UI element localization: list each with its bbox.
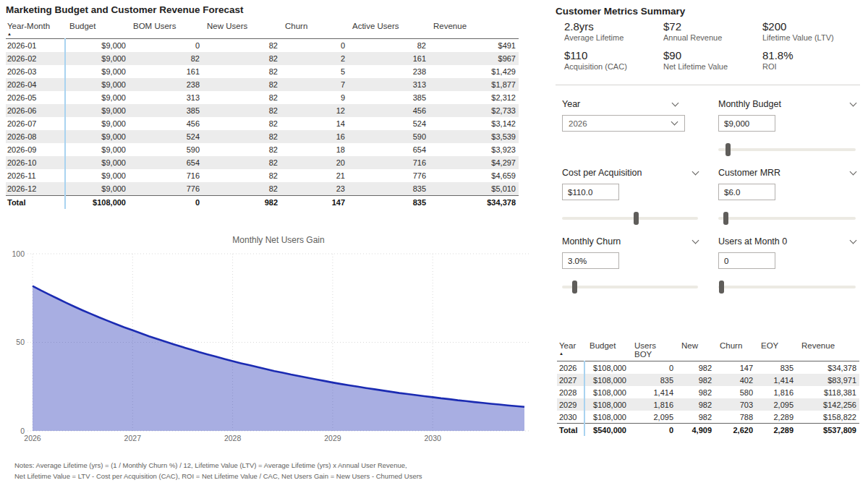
column-header[interactable]: Revenue — [429, 20, 519, 39]
slider-handle[interactable] — [572, 281, 577, 294]
table-row[interactable]: 2029$108,0001,8169827032,095$142,256 — [557, 398, 859, 411]
customer-mrr-slider[interactable] — [718, 212, 856, 225]
column-header[interactable]: Revenue — [796, 340, 859, 361]
monthly-churn-slider[interactable] — [562, 281, 698, 294]
chevron-down-icon[interactable] — [692, 168, 699, 175]
data-cell: $491 — [429, 39, 519, 53]
column-header[interactable]: Year-Month▲ — [6, 20, 65, 39]
card-annual-revenue: $72 Annual Revenue — [663, 20, 762, 42]
slider-handle[interactable] — [719, 281, 724, 294]
data-cell: 161 — [129, 65, 203, 78]
slider-track[interactable] — [718, 148, 856, 151]
table-row[interactable]: 2030$108,0002,0959827882,289$158,822 — [557, 411, 859, 424]
table-row[interactable]: 2026-12$9,0007768223835$5,010 — [6, 182, 519, 196]
users-at-month-0-slider[interactable] — [718, 281, 856, 294]
table-row[interactable]: 2028$108,0001,4149825801,816$118,381 — [557, 386, 859, 398]
table-row[interactable]: 2026-08$9,0005248216590$3,539 — [6, 130, 519, 143]
table-row[interactable]: 2026-10$9,0006548220716$4,297 — [6, 156, 519, 169]
slicer-customer-mrr: Customer MRR — [718, 167, 856, 225]
monthly-churn-input[interactable] — [562, 252, 619, 269]
data-cell: 82 — [203, 169, 281, 182]
table-row[interactable]: 2026-03$9,000161825238$1,429 — [6, 65, 519, 78]
column-header[interactable]: New Users — [203, 20, 281, 39]
data-cell: 982 — [676, 411, 715, 424]
chevron-down-icon[interactable] — [672, 99, 679, 106]
column-header[interactable]: BOM Users — [129, 20, 203, 39]
data-cell: 313 — [348, 78, 429, 91]
monthly-budget-slider[interactable] — [718, 143, 856, 156]
table-row[interactable]: 2026-09$9,0005908218654$3,923 — [6, 143, 519, 156]
slicer-label: Monthly Churn — [562, 236, 621, 247]
table-row[interactable]: 2026-06$9,0003858212456$2,733 — [6, 104, 519, 117]
column-header[interactable]: EOY — [756, 340, 796, 361]
slider-track[interactable] — [562, 286, 698, 288]
column-header[interactable]: Churn — [715, 340, 756, 361]
data-cell: $108,000 — [584, 398, 629, 411]
table-row[interactable]: 2026-01$9,000082082$491 — [6, 39, 519, 53]
data-cell: 776 — [129, 182, 203, 196]
column-header[interactable]: Active Users — [348, 20, 429, 39]
footnote-line-1: Notes: Average Lifetime (yrs) = (1 / Mon… — [14, 461, 528, 471]
cost-per-acquisition-slider[interactable] — [562, 212, 698, 225]
row-header-cell: 2026-05 — [6, 91, 65, 104]
table-row[interactable]: 2026-11$9,0007168221776$4,659 — [6, 169, 519, 182]
data-cell: $142,256 — [796, 398, 859, 411]
total-cell: 2,620 — [715, 424, 756, 437]
data-cell: 788 — [715, 411, 756, 424]
total-cell: 0 — [129, 196, 203, 210]
slider-handle[interactable] — [634, 212, 639, 225]
card-label: Acquisition (CAC) — [564, 62, 663, 71]
data-cell: $2,733 — [429, 104, 519, 117]
total-cell: 982 — [203, 196, 281, 210]
chevron-down-icon[interactable] — [850, 99, 857, 106]
column-header[interactable]: Year▲ — [557, 340, 584, 361]
monthly-budget-input[interactable] — [718, 115, 775, 132]
data-cell: 1,816 — [756, 386, 796, 398]
row-header-cell: 2026-01 — [6, 39, 65, 53]
slider-track[interactable] — [718, 217, 856, 220]
column-header[interactable]: Budget — [584, 340, 629, 361]
customer-mrr-input[interactable] — [718, 184, 775, 200]
svg-text:100: 100 — [12, 249, 25, 258]
table-row[interactable]: 2026-04$9,000238827313$1,877 — [6, 78, 519, 91]
forecast-table-visual: Marketing Budget and Customer Revenue Fo… — [6, 4, 521, 209]
table-row[interactable]: 2026$108,0000982147835$34,378 — [557, 361, 859, 374]
total-cell: $34,378 — [429, 196, 519, 210]
chevron-down-icon[interactable] — [850, 236, 857, 244]
card-lifetime-value: $200 Lifetime Value (LTV) — [762, 20, 868, 42]
data-cell: $83,971 — [796, 374, 859, 386]
slider-handle[interactable] — [726, 143, 731, 156]
data-cell: $4,297 — [429, 156, 519, 169]
users-at-month-0-input[interactable] — [718, 252, 775, 269]
data-cell: $108,000 — [584, 386, 629, 398]
table-row[interactable]: 2026-05$9,000313829385$2,312 — [6, 91, 519, 104]
table-row[interactable]: 2026-02$9,00082822161$967 — [6, 52, 519, 65]
column-header[interactable]: Budget — [65, 20, 129, 39]
column-header[interactable]: Churn — [281, 20, 348, 39]
data-cell: 20 — [281, 156, 348, 169]
slider-track[interactable] — [718, 286, 856, 288]
row-header-cell: 2026-12 — [6, 182, 65, 196]
slider-handle[interactable] — [723, 212, 728, 225]
cost-per-acquisition-input[interactable] — [562, 184, 619, 200]
column-header[interactable]: Users BOY — [629, 340, 676, 361]
data-cell: $967 — [429, 52, 519, 65]
table-row[interactable]: 2026-07$9,0004568214524$3,142 — [6, 117, 519, 130]
card-value: 81.8% — [762, 49, 868, 61]
forecast-title: Marketing Budget and Customer Revenue Fo… — [6, 4, 521, 15]
data-cell: $1,429 — [429, 65, 519, 78]
slider-track[interactable] — [562, 217, 698, 220]
data-cell: 456 — [348, 104, 429, 117]
data-cell: $9,000 — [65, 91, 129, 104]
card-value: $90 — [663, 49, 762, 61]
metrics-title: Customer Metrics Summary — [556, 6, 685, 17]
data-cell: 82 — [203, 39, 281, 53]
chevron-down-icon[interactable] — [850, 168, 857, 175]
year-dropdown[interactable]: 2026 — [562, 115, 685, 132]
table-row[interactable]: 2027$108,0008359824021,414$83,971 — [557, 374, 859, 386]
data-cell: 590 — [129, 143, 203, 156]
data-cell: 0 — [281, 39, 348, 53]
chevron-down-icon[interactable] — [692, 236, 699, 244]
column-header[interactable]: New — [676, 340, 715, 361]
data-cell: 776 — [348, 169, 429, 182]
